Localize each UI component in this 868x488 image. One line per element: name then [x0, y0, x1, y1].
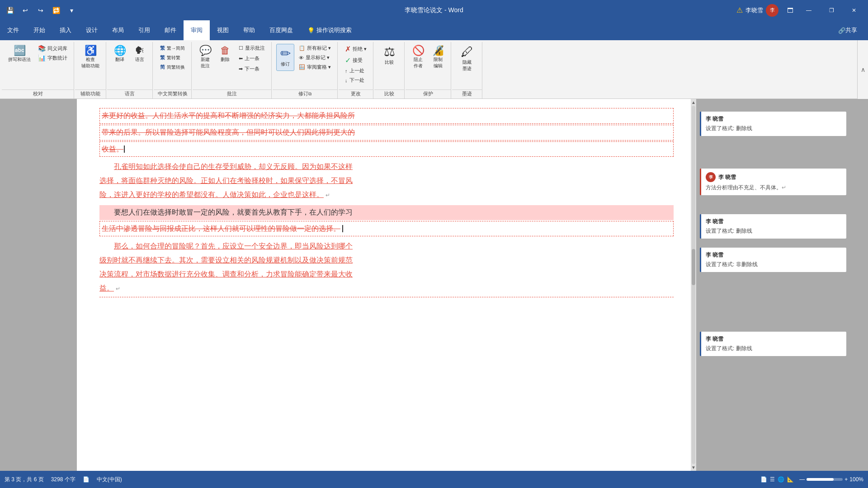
status-left: 第 3 页，共 6 页 3298 个字 📄 中文(中国) — [5, 476, 122, 483]
search-box[interactable]: 💡 操作说明搜索 — [300, 20, 359, 40]
page-info: 第 3 页，共 6 页 — [5, 476, 44, 483]
paragraph-4[interactable]: 孔雀明知如此选择会使自己的生存受到威胁，却义无反顾。因为如果不这样 — [99, 160, 674, 174]
document-page[interactable]: 来更好的收益。人们生活水平的提高和不断增强的经济实力，大都能承担风险所 带来的后… — [77, 99, 696, 471]
focus-view-button[interactable]: 📐 — [787, 476, 794, 483]
menu-view[interactable]: 视图 — [210, 20, 236, 40]
comment-4-block[interactable]: 李 晓雪 设置了格式: 非删除线 — [700, 248, 846, 272]
menu-design[interactable]: 设计 — [79, 20, 105, 40]
comment-2-author: 李 李 晓雪 — [706, 172, 842, 182]
zoom-slider[interactable] — [807, 478, 843, 481]
paragraph-7[interactable]: 要想人们在做选择时敢冒一定的风险，就要首先从教育下手，在人们的学习 — [99, 205, 674, 220]
redo-button[interactable]: ↪ — [34, 4, 47, 17]
show-comments-button[interactable]: ☐ 显示批注 — [236, 44, 268, 52]
scroll-track[interactable] — [692, 106, 695, 464]
scroll-down-button[interactable]: ▼ — [691, 465, 696, 470]
delete-comment-button[interactable]: 🗑 删除 — [216, 44, 234, 65]
show-markup-dropdown[interactable]: 👁 显示标记 ▾ — [296, 53, 334, 62]
zoom-level[interactable]: 100% — [849, 476, 863, 483]
comment-list: 李 晓雪 设置了格式: 删除线 李 李 晓雪 方法分析理由不充足、不具体。↵ — [696, 99, 850, 360]
comment-3-text: 设置了格式: 删除线 — [706, 227, 842, 235]
menu-help[interactable]: 帮助 — [236, 20, 262, 40]
paragraph-6[interactable]: 险，连进入更好的学校的希望都没有。人做决策如此，企业也是这样。 ↵ — [99, 188, 674, 202]
paragraph-10[interactable]: 级别时就不再继续下去。其次，需要设立相关的风险规避机制以及做决策前规范 — [99, 254, 674, 267]
reject-button[interactable]: ✗ 拒绝 ▾ — [342, 44, 369, 54]
block-authors-button[interactable]: 🚫 阻止作者 — [409, 44, 427, 71]
ribbon-display-options[interactable]: 🗖 — [784, 4, 797, 17]
print-view-button[interactable]: ☰ — [770, 476, 775, 483]
check-accessibility-button[interactable]: ♿ 检查辅助功能 — [79, 44, 102, 71]
read-view-button[interactable]: 📄 — [760, 476, 767, 483]
paragraph-2[interactable]: 带来的后果。所以冒险选择可能风险程度高，但同时可以使人们因此得到更大的 — [99, 125, 674, 141]
paragraph-5[interactable]: 选择，将面临群种灭绝的风险。正如人们在考验择校时，如果保守选择，不冒风 — [99, 174, 674, 188]
paragraph-12[interactable]: 益。 ↵ — [99, 282, 674, 297]
share-button[interactable]: 🔗 共享 — [831, 26, 864, 34]
next-comment-button[interactable]: ➡ 下一条 — [236, 65, 268, 73]
language-indicator[interactable]: 中文(中国) — [97, 476, 122, 483]
restore-button[interactable]: ❐ — [821, 0, 842, 20]
accept-button[interactable]: ✓ 接受 — [342, 55, 369, 66]
comment-1-block[interactable]: 李 晓雪 设置了格式: 删除线 — [700, 112, 846, 136]
restrict-editing-button[interactable]: 🔏 限制编辑 — [429, 44, 447, 71]
menu-mailings[interactable]: 邮件 — [157, 20, 184, 40]
trad-to-simp-button[interactable]: 繁繁→简简 — [157, 44, 188, 52]
menu-insert[interactable]: 插入 — [52, 20, 79, 40]
menu-references[interactable]: 引用 — [131, 20, 157, 40]
changes-group-label: 更改 — [339, 89, 373, 98]
close-button[interactable]: ✕ — [844, 0, 864, 20]
undo-button[interactable]: ↩ — [19, 4, 32, 17]
menu-baidu[interactable]: 百度网盘 — [262, 20, 300, 40]
paragraph-11[interactable]: 决策流程，对市场数据进行充分收集、调查和分析，力求冒险能确定带来最大收 — [99, 268, 674, 281]
comment-4-text: 设置了格式: 非删除线 — [706, 261, 842, 268]
minimize-button[interactable]: — — [798, 0, 819, 20]
translate-button[interactable]: 🌐 翻译 — [111, 44, 129, 65]
user-avatar[interactable]: 李 — [766, 4, 778, 17]
spelling-grammar-button[interactable]: 🔤 拼写和语法 — [5, 44, 33, 65]
hide-ink-button[interactable]: 🖊 隐藏墨迹 — [456, 44, 478, 74]
menu-file[interactable]: 文件 — [0, 20, 26, 40]
simp-to-trad-button[interactable]: 繁繁转繁 — [157, 53, 188, 62]
repeat-button[interactable]: 🔁 — [50, 4, 62, 17]
save-button[interactable]: 💾 — [4, 4, 16, 17]
vertical-scrollbar[interactable]: ▲ ▼ — [691, 99, 696, 471]
para4-text: 孔雀明知如此选择会使自己的生存受到威胁，却义无反顾。因为如果不这样 — [114, 163, 353, 170]
comment-5: 李 晓雪 设置了格式: 删除线 — [700, 332, 846, 356]
scroll-up-button[interactable]: ▲ — [691, 100, 696, 105]
titlebar: 💾 ↩ ↪ 🔁 ▾ 李晓雪论说文 - Word ⚠ 李晓雪 李 🗖 — ❐ ✕ — [0, 0, 868, 20]
comment-3-block[interactable]: 李 晓雪 设置了格式: 删除线 — [700, 214, 846, 239]
zoom-out-icon[interactable]: — — [799, 476, 805, 483]
comment-5-block[interactable]: 李 晓雪 设置了格式: 删除线 — [700, 332, 846, 356]
para10-text: 级别时就不再继续下去。其次，需要设立相关的风险规避机制以及做决策前规范 — [99, 256, 353, 264]
menu-layout[interactable]: 布局 — [105, 20, 131, 40]
protect-group-label: 保护 — [406, 89, 451, 98]
markup-mode-dropdown[interactable]: 📋 所有标记 ▾ — [296, 44, 334, 52]
left-margin — [0, 99, 77, 471]
scroll-thumb[interactable] — [692, 249, 695, 285]
para1-text: 来更好的收益。人们生活水平的提高和不断增强的经济实力，大都能承担风险所 — [102, 112, 355, 119]
new-comment-button[interactable]: 💬 新建批注 — [196, 44, 214, 71]
collapse-ribbon-button[interactable]: ∧ — [857, 40, 868, 99]
zoom-in-icon[interactable]: + — [844, 476, 848, 483]
proofing-group-label: 校对 — [2, 89, 74, 98]
comment-2-block[interactable]: 李 李 晓雪 方法分析理由不充足、不具体。↵ — [700, 169, 846, 195]
ribbon-group-chinese-convert: 繁繁→简简 繁繁转繁 简简繁转换 中文简繁转换 — [154, 42, 192, 99]
review-pane-dropdown[interactable]: 🪟 审阅窗格 ▾ — [296, 63, 334, 71]
word-count-button[interactable]: 📊 字数统计 — [35, 53, 70, 62]
ribbon: 🔤 拼写和语法 📚 同义词库 📊 字数统计 校对 ♿ 检查辅助功能 辅助功能 — [0, 40, 868, 99]
comment-1-text: 设置了格式: 删除线 — [706, 125, 842, 132]
prev-comment-button[interactable]: ⬅ 上一条 — [236, 54, 268, 63]
web-view-button[interactable]: 🌐 — [778, 476, 784, 483]
paragraph-8[interactable]: 生活中渗透冒险与回报成正比，这样人们就可以理性的冒险做一定的选择。 — [99, 221, 674, 237]
paragraph-1[interactable]: 来更好的收益。人们生活水平的提高和不断增强的经济实力，大都能承担风险所 — [99, 108, 674, 124]
compare-button[interactable]: ⚖ 比较 — [378, 44, 401, 67]
prev-change-button[interactable]: ↑ 上一处 — [342, 66, 369, 75]
track-changes-button[interactable]: ✏ 修订 — [276, 44, 294, 71]
convert-button[interactable]: 简简繁转换 — [157, 63, 188, 71]
quick-access-dropdown[interactable]: ▾ — [65, 4, 78, 17]
thesaurus-button[interactable]: 📚 同义词库 — [35, 44, 70, 53]
menu-home[interactable]: 开始 — [26, 20, 52, 40]
paragraph-3[interactable]: 收益。 — [99, 141, 674, 157]
paragraph-9[interactable]: 那么，如何合理的冒险呢？首先，应设立一个安全边界，即当风险达到哪个 — [99, 240, 674, 253]
language-button[interactable]: 🗣 语言 — [131, 44, 149, 65]
menu-review[interactable]: 审阅 — [184, 20, 210, 40]
next-change-button[interactable]: ↓ 下一处 — [342, 76, 369, 84]
